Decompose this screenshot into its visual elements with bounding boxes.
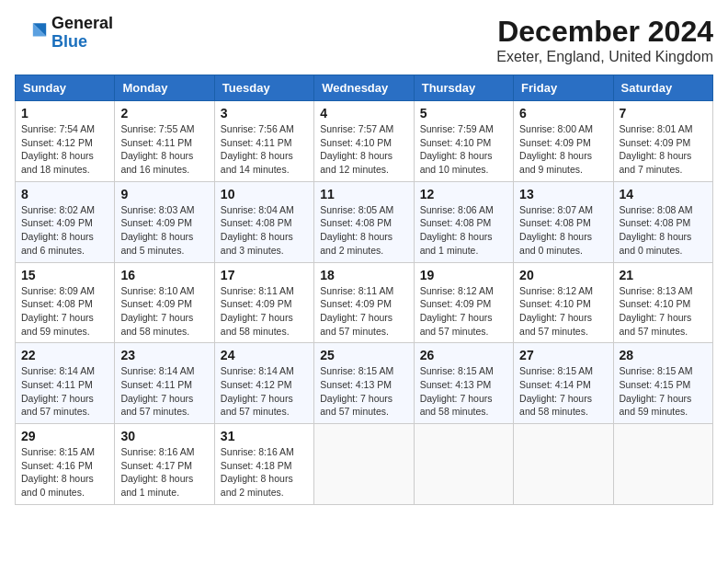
day-number: 8 — [21, 187, 108, 201]
day-number: 23 — [120, 348, 208, 362]
title-block: December 2024 Exeter, England, United Ki… — [496, 15, 713, 65]
day-info: Sunrise: 8:12 AMSunset: 4:10 PMDaylight:… — [519, 284, 607, 339]
day-info: Sunrise: 8:05 AMSunset: 4:08 PMDaylight:… — [320, 203, 407, 258]
day-number: 12 — [420, 187, 507, 201]
calendar-cell: 12Sunrise: 8:06 AMSunset: 4:08 PMDayligh… — [414, 181, 513, 262]
calendar-cell: 28Sunrise: 8:15 AMSunset: 4:15 PMDayligh… — [613, 343, 712, 424]
day-info: Sunrise: 8:15 AMSunset: 4:16 PMDaylight:… — [21, 445, 108, 500]
calendar-cell: 9Sunrise: 8:03 AMSunset: 4:09 PMDaylight… — [115, 181, 214, 262]
day-number: 29 — [21, 429, 108, 443]
weekday-header-sunday: Sunday — [16, 75, 115, 101]
calendar-cell — [314, 424, 414, 505]
day-info: Sunrise: 8:11 AMSunset: 4:09 PMDaylight:… — [320, 284, 407, 339]
calendar-cell: 16Sunrise: 8:10 AMSunset: 4:09 PMDayligh… — [115, 262, 214, 343]
calendar-week-2: 8Sunrise: 8:02 AMSunset: 4:09 PMDaylight… — [16, 181, 713, 262]
calendar-cell — [613, 424, 712, 505]
calendar-cell: 10Sunrise: 8:04 AMSunset: 4:08 PMDayligh… — [214, 181, 313, 262]
calendar-cell: 21Sunrise: 8:13 AMSunset: 4:10 PMDayligh… — [613, 262, 712, 343]
page-header: General Blue December 2024 Exeter, Engla… — [15, 15, 713, 65]
day-info: Sunrise: 8:02 AMSunset: 4:09 PMDaylight:… — [21, 203, 108, 258]
day-number: 24 — [221, 348, 308, 362]
weekday-header-monday: Monday — [115, 75, 214, 101]
calendar-cell: 4Sunrise: 7:57 AMSunset: 4:10 PMDaylight… — [314, 101, 414, 182]
day-info: Sunrise: 8:04 AMSunset: 4:08 PMDaylight:… — [221, 203, 308, 258]
day-info: Sunrise: 8:03 AMSunset: 4:09 PMDaylight:… — [120, 203, 208, 258]
day-info: Sunrise: 8:12 AMSunset: 4:09 PMDaylight:… — [420, 284, 507, 339]
day-number: 15 — [21, 268, 108, 282]
logo: General Blue — [15, 15, 113, 52]
day-number: 6 — [519, 106, 607, 121]
day-number: 4 — [320, 106, 407, 121]
calendar-cell — [514, 424, 613, 505]
day-info: Sunrise: 8:16 AMSunset: 4:18 PMDaylight:… — [221, 445, 308, 500]
weekday-header-tuesday: Tuesday — [214, 75, 313, 101]
day-number: 1 — [21, 106, 108, 121]
calendar-cell: 24Sunrise: 8:14 AMSunset: 4:12 PMDayligh… — [214, 343, 313, 424]
day-number: 13 — [519, 187, 607, 201]
day-info: Sunrise: 8:14 AMSunset: 4:11 PMDaylight:… — [120, 364, 208, 419]
day-number: 22 — [21, 348, 108, 362]
logo-text: General Blue — [51, 15, 113, 52]
day-number: 9 — [120, 187, 208, 201]
day-info: Sunrise: 7:55 AMSunset: 4:11 PMDaylight:… — [120, 122, 208, 177]
day-number: 20 — [519, 268, 607, 282]
location-subtitle: Exeter, England, United Kingdom — [496, 49, 713, 65]
weekday-header-saturday: Saturday — [613, 75, 712, 101]
day-number: 30 — [120, 429, 208, 443]
calendar-cell: 14Sunrise: 8:08 AMSunset: 4:08 PMDayligh… — [613, 181, 712, 262]
calendar-cell: 25Sunrise: 8:15 AMSunset: 4:13 PMDayligh… — [314, 343, 414, 424]
day-number: 18 — [320, 268, 407, 282]
calendar-week-3: 15Sunrise: 8:09 AMSunset: 4:08 PMDayligh… — [16, 262, 713, 343]
calendar-cell: 8Sunrise: 8:02 AMSunset: 4:09 PMDaylight… — [16, 181, 115, 262]
day-info: Sunrise: 8:11 AMSunset: 4:09 PMDaylight:… — [221, 284, 308, 339]
day-number: 2 — [120, 106, 208, 121]
day-number: 28 — [620, 348, 707, 362]
day-number: 10 — [221, 187, 308, 201]
calendar-cell: 23Sunrise: 8:14 AMSunset: 4:11 PMDayligh… — [115, 343, 214, 424]
day-info: Sunrise: 8:14 AMSunset: 4:11 PMDaylight:… — [21, 364, 108, 419]
day-info: Sunrise: 8:15 AMSunset: 4:13 PMDaylight:… — [420, 364, 507, 419]
weekday-header-thursday: Thursday — [414, 75, 513, 101]
day-number: 31 — [221, 429, 308, 443]
day-number: 5 — [420, 106, 507, 121]
day-info: Sunrise: 8:08 AMSunset: 4:08 PMDaylight:… — [620, 203, 707, 258]
day-number: 19 — [420, 268, 507, 282]
weekday-header-row: SundayMondayTuesdayWednesdayThursdayFrid… — [16, 75, 713, 101]
calendar-cell: 1Sunrise: 7:54 AMSunset: 4:12 PMDaylight… — [16, 101, 115, 182]
day-number: 27 — [519, 348, 607, 362]
calendar-cell — [414, 424, 513, 505]
day-number: 7 — [620, 106, 707, 121]
calendar-cell: 31Sunrise: 8:16 AMSunset: 4:18 PMDayligh… — [214, 424, 313, 505]
month-title: December 2024 — [496, 15, 713, 49]
calendar-cell: 15Sunrise: 8:09 AMSunset: 4:08 PMDayligh… — [16, 262, 115, 343]
day-info: Sunrise: 8:00 AMSunset: 4:09 PMDaylight:… — [519, 122, 607, 177]
day-number: 11 — [320, 187, 407, 201]
day-info: Sunrise: 7:56 AMSunset: 4:11 PMDaylight:… — [221, 122, 308, 177]
calendar-cell: 30Sunrise: 8:16 AMSunset: 4:17 PMDayligh… — [115, 424, 214, 505]
day-info: Sunrise: 8:01 AMSunset: 4:09 PMDaylight:… — [620, 122, 707, 177]
day-info: Sunrise: 8:09 AMSunset: 4:08 PMDaylight:… — [21, 284, 108, 339]
calendar-cell: 17Sunrise: 8:11 AMSunset: 4:09 PMDayligh… — [214, 262, 313, 343]
calendar-cell: 11Sunrise: 8:05 AMSunset: 4:08 PMDayligh… — [314, 181, 414, 262]
calendar-cell: 26Sunrise: 8:15 AMSunset: 4:13 PMDayligh… — [414, 343, 513, 424]
weekday-header-friday: Friday — [514, 75, 613, 101]
calendar-cell: 7Sunrise: 8:01 AMSunset: 4:09 PMDaylight… — [613, 101, 712, 182]
day-number: 3 — [221, 106, 308, 121]
day-info: Sunrise: 8:10 AMSunset: 4:09 PMDaylight:… — [120, 284, 208, 339]
day-info: Sunrise: 8:06 AMSunset: 4:08 PMDaylight:… — [420, 203, 507, 258]
day-number: 25 — [320, 348, 407, 362]
calendar-week-5: 29Sunrise: 8:15 AMSunset: 4:16 PMDayligh… — [16, 424, 713, 505]
calendar-cell: 5Sunrise: 7:59 AMSunset: 4:10 PMDaylight… — [414, 101, 513, 182]
calendar-cell: 3Sunrise: 7:56 AMSunset: 4:11 PMDaylight… — [214, 101, 313, 182]
calendar-cell: 29Sunrise: 8:15 AMSunset: 4:16 PMDayligh… — [16, 424, 115, 505]
calendar-cell: 18Sunrise: 8:11 AMSunset: 4:09 PMDayligh… — [314, 262, 414, 343]
calendar-cell: 27Sunrise: 8:15 AMSunset: 4:14 PMDayligh… — [514, 343, 613, 424]
calendar-week-1: 1Sunrise: 7:54 AMSunset: 4:12 PMDaylight… — [16, 101, 713, 182]
day-info: Sunrise: 8:16 AMSunset: 4:17 PMDaylight:… — [120, 445, 208, 500]
day-info: Sunrise: 8:07 AMSunset: 4:08 PMDaylight:… — [519, 203, 607, 258]
day-info: Sunrise: 8:15 AMSunset: 4:15 PMDaylight:… — [620, 364, 707, 419]
calendar-cell: 22Sunrise: 8:14 AMSunset: 4:11 PMDayligh… — [16, 343, 115, 424]
day-number: 21 — [620, 268, 707, 282]
day-info: Sunrise: 7:59 AMSunset: 4:10 PMDaylight:… — [420, 122, 507, 177]
calendar-table: SundayMondayTuesdayWednesdayThursdayFrid… — [15, 75, 713, 505]
